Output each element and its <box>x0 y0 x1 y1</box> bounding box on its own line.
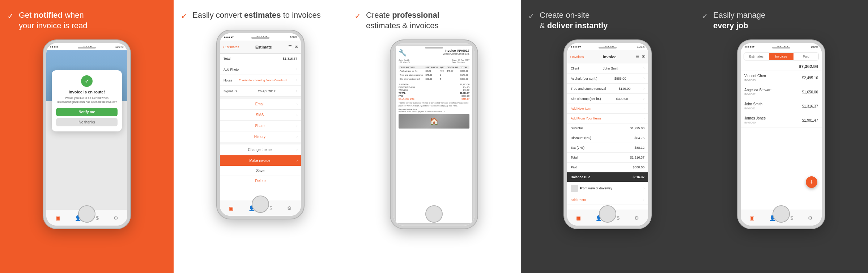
tab-money-5[interactable]: $ <box>790 215 793 221</box>
save-action[interactable]: Save <box>220 166 301 176</box>
con-icon-5: 👤 <box>769 215 775 221</box>
mon-icon-4: $ <box>617 215 620 221</box>
tab-invoices-1[interactable]: ▣ <box>55 215 60 221</box>
history-action[interactable]: History › <box>220 131 301 142</box>
tab-invoices-2[interactable]: ▣ <box>229 205 234 211</box>
invoice-logo: 🔧 <box>399 49 407 57</box>
invoice-company: Jones Construction Ltd. <box>443 52 469 55</box>
feature-title-4: Create on-site& deliver instantly <box>540 10 608 31</box>
check-icon-1: ✓ <box>7 12 14 21</box>
signature-row[interactable]: Signature 26 Apr 2017 › <box>220 86 301 97</box>
notes-label: Notes <box>224 79 232 82</box>
tab-settings-1[interactable]: ⚙ <box>114 215 118 221</box>
phone-1: ●●●●● 9:41 AM 100%▪ ✓ Invoice is en rout… <box>43 40 130 228</box>
invoice-num-3: INV0000 <box>744 121 766 124</box>
tax-detail-value: $88.12 <box>634 146 644 150</box>
check-icon-2: ✓ <box>181 12 187 21</box>
paid-detail-label: Paid <box>571 165 577 169</box>
add-from-items-chevron: › <box>643 117 644 120</box>
change-theme-action[interactable]: Change theme › <box>220 144 301 155</box>
con-icon-2: 👤 <box>248 205 255 211</box>
paid-detail-row: Paid $500.00 <box>567 163 648 172</box>
money-icon: $ <box>96 215 99 221</box>
photo-chevron: › <box>643 186 644 190</box>
share-action[interactable]: Share › <box>220 121 301 131</box>
make-invoice-action[interactable]: Make invoice › <box>220 155 301 166</box>
add-photo-row[interactable]: Add Photo › <box>220 64 301 75</box>
tab-bar-4: ▣ 👤 $ ⚙ <box>567 210 648 226</box>
phone2-screen: ‹ Estimates Estimate ☰ ✉ Total $1,316.37… <box>220 41 301 216</box>
status-bar-4: ●●●●●▾ 9:41 AM 100% <box>567 43 648 50</box>
invoice-info-2: John Smith INV0001 <box>744 102 762 110</box>
invoice-header: 🔧 Invoice INV0017 Jones Construction Ltd… <box>399 49 469 57</box>
tree-label: Tree and stump removal <box>571 87 606 91</box>
col-desc: DESCRIPTION <box>399 66 424 69</box>
phone1-screen: ✓ Invoice is en route! Would you like to… <box>46 50 127 210</box>
email-icon-4[interactable]: ✉ <box>642 54 645 59</box>
notify-me-button[interactable]: Notify me <box>56 108 118 116</box>
list-icon-4[interactable]: ☰ <box>635 54 639 59</box>
balance-row: BALANCE DUE$816.37 <box>399 97 469 100</box>
contacts-icon: 👤 <box>75 215 81 221</box>
segment-control: Estimates Invoices Paid <box>744 52 819 60</box>
discount-detail-row: Discount (5%) $64.75 <box>567 133 648 143</box>
email-action[interactable]: Email › <box>220 99 301 110</box>
add-new-item-row[interactable]: Add New Item › <box>567 104 648 114</box>
invoice-row-2[interactable]: John Smith INV0001 $1,316.37 <box>741 99 822 113</box>
invoice-row-3[interactable]: James Jones INV0000 $1,901.47 <box>741 113 822 127</box>
tab-contacts-5[interactable]: 👤 <box>769 215 775 221</box>
tree-row[interactable]: Tree and stump removal $140.00 › <box>567 84 648 94</box>
tab-settings-4[interactable]: ⚙ <box>634 215 639 221</box>
set-icon-4: ⚙ <box>634 215 639 221</box>
delete-action[interactable]: Delete <box>220 176 301 186</box>
email-icon-2[interactable]: ✉ <box>295 45 298 49</box>
tax-detail-label: Tax (7 %) <box>571 146 584 150</box>
add-photo-row-4[interactable]: Add Photo › <box>567 195 648 205</box>
tab-invoices-5[interactable]: ▣ <box>750 215 754 221</box>
back-button-2[interactable]: ‹ Estimates <box>223 45 239 49</box>
spacer-5: + <box>741 127 822 210</box>
invoice-info-1: Angelica Stewart INV0002 <box>744 88 771 96</box>
back-button-4[interactable]: ‹ Invoices <box>570 55 584 59</box>
tab-money-1[interactable]: $ <box>96 215 99 221</box>
feature-text-5: ✓ Easily manageevery job <box>702 10 861 31</box>
invoice-row-1[interactable]: Angelica Stewart INV0002 $1,650.00 <box>741 85 822 99</box>
tab-bar-2: ▣ 👤 $ ⚙ <box>220 200 301 216</box>
no-thanks-button[interactable]: No thanks <box>56 118 118 126</box>
notes-row[interactable]: Notes Thanks for choosing Jones Construc… <box>220 75 301 86</box>
invoices-icon: ▣ <box>55 215 60 221</box>
site-cleanup-chevron: › <box>643 97 644 101</box>
tab-contacts-1[interactable]: 👤 <box>75 215 81 221</box>
seg-paid[interactable]: Paid <box>793 53 818 60</box>
tab-invoices-4[interactable]: ▣ <box>576 215 581 221</box>
seg-estimates[interactable]: Estimates <box>744 53 769 60</box>
photo-row[interactable]: Front view of driveway › <box>567 182 648 195</box>
tab-money-2[interactable]: $ <box>269 205 272 211</box>
balance-due-row: Balance Due $816.37 <box>567 172 648 182</box>
client-chevron: › <box>643 66 644 70</box>
client-row[interactable]: Client John Smith › <box>567 63 648 74</box>
nav-title-4: Invoice <box>603 55 617 59</box>
feature-title-1: Get notified whenyour invoice is read <box>19 10 88 31</box>
asphalt-row[interactable]: Asphalt (per sq ft.) $855.00 › <box>567 74 648 84</box>
total-amount: $7,362.94 <box>741 63 822 71</box>
tab-contacts-2[interactable]: 👤 <box>248 205 255 211</box>
seg-invoices[interactable]: Invoices <box>769 53 794 60</box>
add-from-items-row[interactable]: Add From Your Items › <box>567 114 648 123</box>
sms-action[interactable]: SMS › <box>220 110 301 121</box>
tab-contacts-4[interactable]: 👤 <box>596 215 602 221</box>
tab-money-4[interactable]: $ <box>617 215 620 221</box>
tab-settings-5[interactable]: ⚙ <box>808 215 813 221</box>
total-row: TOTAL$1,316.37 <box>399 92 469 94</box>
add-from-items-label: Add From Your Items <box>571 117 601 120</box>
site-cleanup-row[interactable]: Site cleanup (per hr.) $300.00 › <box>567 94 648 104</box>
tab-settings-2[interactable]: ⚙ <box>287 205 292 211</box>
add-new-item-label: Add New Item <box>571 107 591 110</box>
total-value: $1,316.37 <box>283 57 297 60</box>
paid-row: PAID$500.00 <box>399 94 469 97</box>
invoice-row-0[interactable]: Vincent Chen INV0003 $2,495.10 <box>741 71 822 85</box>
list-icon-2[interactable]: ☰ <box>288 45 292 49</box>
invoice-title-area: Invoice INV0017 Jones Construction Ltd. <box>443 49 469 55</box>
fab-button[interactable]: + <box>806 176 817 188</box>
invoice-bill-to: John Smith 123 Main St <box>399 59 410 63</box>
